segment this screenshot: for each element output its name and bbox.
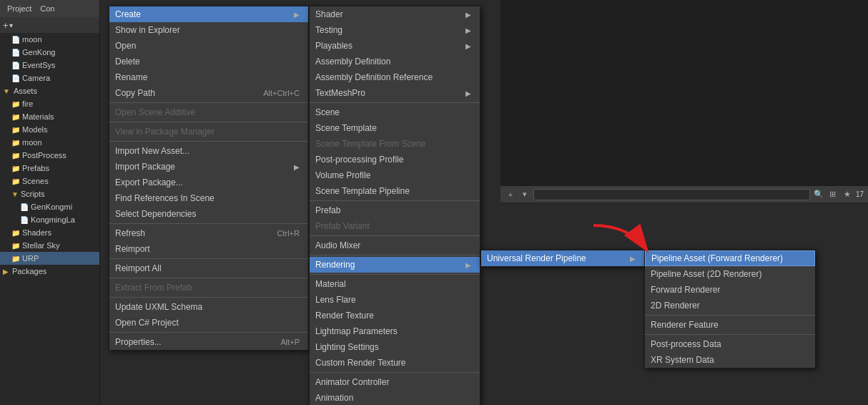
menu-reimport[interactable]: Reimport bbox=[109, 241, 308, 257]
menu-find-references[interactable]: Find References In Scene bbox=[109, 190, 308, 206]
folder-icon: 📁 bbox=[11, 100, 20, 108]
menu-reimport-all[interactable]: Reimport All bbox=[109, 260, 308, 276]
menu-open[interactable]: Open bbox=[109, 38, 308, 54]
menu-renderer-feature[interactable]: Renderer Feature bbox=[645, 317, 815, 333]
tree-item-packages[interactable]: ▶ Packages bbox=[0, 265, 99, 278]
menu-create-label: Create bbox=[115, 9, 141, 19]
menu-view-package-manager[interactable]: View in Package Manager bbox=[109, 124, 308, 140]
arrow-icon: ▶ bbox=[465, 26, 471, 34]
menu-assembly-definition[interactable]: Assembly Definition bbox=[310, 54, 480, 69]
tree-item-models[interactable]: 📁Models bbox=[0, 123, 99, 136]
menu-audio-mixer[interactable]: Audio Mixer bbox=[310, 238, 480, 253]
menu-pipeline-asset-2d[interactable]: Pipeline Asset (2D Renderer) bbox=[645, 266, 815, 282]
tree-item-urp[interactable]: 📁URP bbox=[0, 252, 99, 265]
search-icon[interactable]: 🔍 bbox=[813, 189, 824, 200]
add-button[interactable]: + bbox=[3, 20, 9, 31]
tree-item-eventsys[interactable]: 📄EventSys bbox=[0, 59, 99, 72]
menu-textmeshpro[interactable]: TextMeshPro ▶ bbox=[310, 85, 480, 101]
menu-post-process-data[interactable]: Post-process Data bbox=[645, 336, 815, 352]
tree-item-moon2[interactable]: 📁moon bbox=[0, 136, 99, 149]
menu-create[interactable]: Create ▶ bbox=[109, 6, 308, 22]
menu-assembly-definition-ref[interactable]: Assembly Definition Reference bbox=[310, 69, 480, 85]
tree-item-moon1[interactable]: 📄moon bbox=[0, 33, 99, 46]
search-input[interactable] bbox=[533, 189, 810, 200]
menu-prefab-variant[interactable]: Prefab Variant bbox=[310, 218, 480, 234]
label: Import Package bbox=[115, 162, 175, 172]
menu-scene-template-pipeline[interactable]: Scene Template Pipeline bbox=[310, 183, 480, 199]
menu-testing[interactable]: Testing ▶ bbox=[310, 22, 480, 38]
label: Volume Profile bbox=[315, 170, 370, 180]
menu-select-dependencies[interactable]: Select Dependencies bbox=[109, 206, 308, 222]
menu-scene[interactable]: Scene bbox=[310, 104, 480, 120]
tree-item-materials[interactable]: 📁Materials bbox=[0, 110, 99, 123]
more-icon[interactable]: ▾ bbox=[519, 189, 531, 200]
tree-item-kongmingla[interactable]: 📄KongmingLa bbox=[0, 213, 99, 226]
menu-lightmap-parameters[interactable]: Lightmap Parameters bbox=[310, 323, 480, 339]
add-icon[interactable]: + bbox=[505, 189, 516, 200]
tree-item-camera[interactable]: 📄Camera bbox=[0, 72, 99, 84]
menu-open-csharp[interactable]: Open C# Project bbox=[109, 315, 308, 331]
menu-update-uxml[interactable]: Update UXML Schema bbox=[109, 299, 308, 315]
menu-delete[interactable]: Delete bbox=[109, 54, 308, 69]
tree-item-genkong[interactable]: 📄GenKong bbox=[0, 46, 99, 59]
menu-open-scene-additive[interactable]: Open Scene Additive bbox=[109, 104, 308, 120]
tree-item-fire[interactable]: 📁fire bbox=[0, 97, 99, 110]
dropdown-arrow[interactable]: ▾ bbox=[9, 21, 13, 29]
menu-xr-system-data[interactable]: XR System Data bbox=[645, 352, 815, 368]
menu-extract-from-prefab[interactable]: Extract From Prefab bbox=[109, 280, 308, 296]
menu-show-explorer[interactable]: Show in Explorer bbox=[109, 22, 308, 38]
separator bbox=[109, 332, 308, 333]
menu-custom-render-texture[interactable]: Custom Render Texture bbox=[310, 355, 480, 371]
label: Select Dependencies bbox=[115, 209, 196, 219]
menu-rename[interactable]: Rename bbox=[109, 69, 308, 85]
tree-item-postprocess[interactable]: 📁PostProcess bbox=[0, 149, 99, 162]
file-icon: 📄 bbox=[20, 216, 29, 224]
menu-animation[interactable]: Animation bbox=[310, 390, 480, 405]
menu-2d-renderer[interactable]: 2D Renderer bbox=[645, 298, 815, 313]
menu-lighting-settings[interactable]: Lighting Settings bbox=[310, 339, 480, 355]
label: Prefab Variant bbox=[315, 221, 370, 231]
folder-icon: 📁 bbox=[11, 229, 20, 237]
menu-scene-template-from-scene[interactable]: Scene Template From Scene bbox=[310, 136, 480, 152]
menu-lens-flare[interactable]: Lens Flare bbox=[310, 292, 480, 308]
shortcut: Ctrl+R bbox=[277, 229, 300, 238]
file-icon: 📄 bbox=[11, 36, 20, 44]
tree-item-scenes[interactable]: 📁Scenes bbox=[0, 175, 99, 187]
star-icon[interactable]: ★ bbox=[842, 189, 853, 200]
menu-playables[interactable]: Playables ▶ bbox=[310, 38, 480, 54]
menu-animator-controller[interactable]: Animator Controller bbox=[310, 374, 480, 390]
tree-item-scripts[interactable]: ▼Scripts bbox=[0, 187, 99, 200]
menu-prefab[interactable]: Prefab bbox=[310, 202, 480, 218]
menu-import-package[interactable]: Import Package ▶ bbox=[109, 159, 308, 175]
menu-material[interactable]: Material bbox=[310, 276, 480, 292]
menu-copy-path[interactable]: Copy Path Alt+Ctrl+C bbox=[109, 85, 308, 101]
tab-project[interactable]: Project bbox=[4, 3, 34, 14]
menu-export-package[interactable]: Export Package... bbox=[109, 175, 308, 190]
menu-refresh[interactable]: Refresh Ctrl+R bbox=[109, 225, 308, 241]
menu-pipeline-asset-forward[interactable]: Pipeline Asset (Forward Renderer) bbox=[645, 250, 815, 266]
filter-icon[interactable]: ⊞ bbox=[827, 189, 839, 200]
label: Open bbox=[115, 41, 136, 51]
label: Find References In Scene bbox=[115, 193, 214, 203]
tab-console[interactable]: Con bbox=[37, 3, 57, 14]
menu-properties[interactable]: Properties... Alt+P bbox=[109, 334, 308, 350]
tree-item-genkongmi[interactable]: 📄GenKongmi bbox=[0, 200, 99, 213]
menu-import-new-asset[interactable]: Import New Asset... bbox=[109, 143, 308, 159]
tree-item-shaders[interactable]: 📁Shaders bbox=[0, 226, 99, 239]
menu-shader[interactable]: Shader ▶ bbox=[310, 6, 480, 22]
tree-item-stellarsky[interactable]: 📁Stellar Sky bbox=[0, 239, 99, 252]
label: Audio Mixer bbox=[315, 240, 360, 250]
menu-scene-template[interactable]: Scene Template bbox=[310, 120, 480, 136]
menu-volume-profile[interactable]: Volume Profile bbox=[310, 167, 480, 183]
menu-forward-renderer[interactable]: Forward Renderer bbox=[645, 282, 815, 298]
separator bbox=[109, 141, 308, 142]
menu-rendering[interactable]: Rendering ▶ bbox=[310, 257, 480, 273]
label: Rename bbox=[115, 72, 147, 82]
label: Post-processing Profile bbox=[315, 155, 403, 165]
tree-item-assets[interactable]: ▼ Assets bbox=[0, 84, 99, 97]
menu-post-processing-profile[interactable]: Post-processing Profile bbox=[310, 152, 480, 167]
label: Scene Template bbox=[315, 123, 377, 133]
menu-render-texture[interactable]: Render Texture bbox=[310, 308, 480, 323]
tree-item-prefabs[interactable]: 📁Prefabs bbox=[0, 162, 99, 175]
separator bbox=[310, 274, 480, 275]
